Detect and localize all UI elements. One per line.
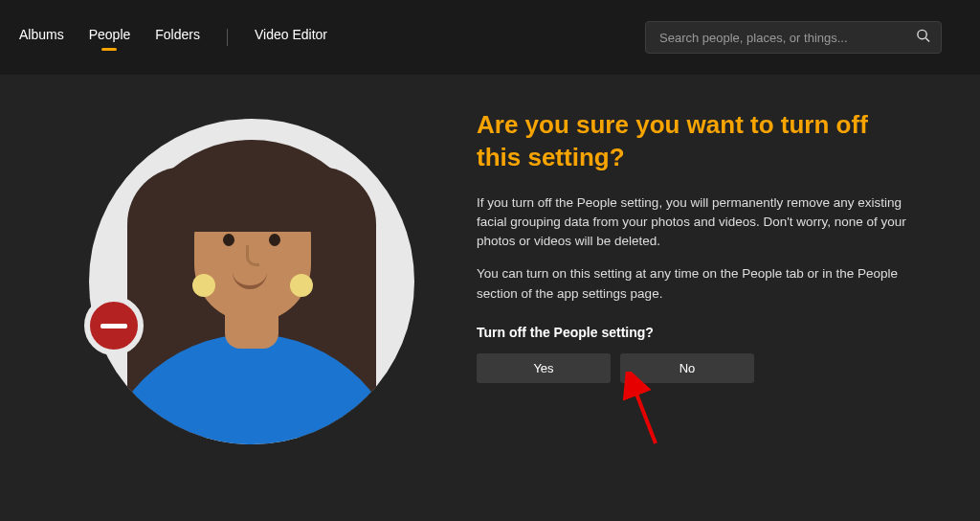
search-input[interactable] [645,21,942,54]
nav-tabs: Albums People Folders Video Editor [19,27,327,48]
yes-button[interactable]: Yes [477,353,611,383]
people-avatar-illustration [89,119,414,444]
tab-folders[interactable]: Folders [155,27,200,48]
dialog-paragraph: You can turn on this setting at any time… [477,264,915,304]
dialog-title: Are you sure you want to turn off this s… [477,109,915,174]
minus-icon [84,296,144,355]
confirm-label: Turn off the People setting? [477,325,915,340]
dialog-paragraph: If you turn off the People setting, you … [477,193,915,252]
tab-video-editor[interactable]: Video Editor [255,27,327,48]
tab-people[interactable]: People [89,27,131,48]
nav-separator [227,29,228,46]
tab-albums[interactable]: Albums [19,27,64,48]
search-icon[interactable] [916,29,930,47]
search-box [645,21,942,54]
app-header: Albums People Folders Video Editor [0,0,980,75]
svg-line-1 [925,38,929,42]
svg-point-0 [918,30,926,38]
no-button[interactable]: No [620,353,754,383]
